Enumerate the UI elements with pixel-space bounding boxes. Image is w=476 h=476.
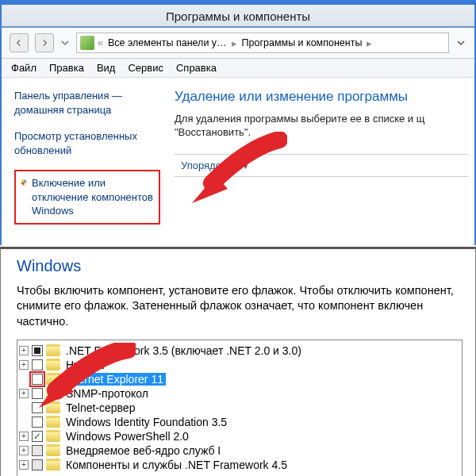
- tree-row-label: .NET Framework 3.5 (включает .NET 2.0 и …: [63, 344, 304, 357]
- expand-icon[interactable]: +: [19, 346, 29, 355]
- checkbox[interactable]: [32, 388, 43, 399]
- tree-row[interactable]: Internet Explorer 11: [19, 372, 460, 386]
- tree-row[interactable]: Windows Identity Foundation 3.5: [19, 415, 460, 429]
- sidebar-home-link[interactable]: Панель управления — домашняя страница: [14, 89, 160, 117]
- menu-tools[interactable]: Сервис: [128, 62, 163, 74]
- tree-row[interactable]: +Компоненты и службы .NET Framework 4.5: [19, 458, 460, 472]
- tree-row-label: Внедряемое веб-ядро служб I: [63, 444, 223, 457]
- twisty-blank: [19, 403, 29, 413]
- expand-icon[interactable]: +: [19, 360, 29, 370]
- page-heading: Удаление или изменение программы: [175, 89, 468, 105]
- checkbox[interactable]: [32, 374, 43, 385]
- expand-icon[interactable]: +: [19, 460, 29, 470]
- features-tree[interactable]: +.NET Framework 3.5 (включает .NET 2.0 и…: [17, 340, 463, 476]
- programs-window: Программы и компоненты « Все элементы па…: [0, 0, 476, 245]
- checkbox[interactable]: [32, 359, 43, 370]
- menu-view[interactable]: Вид: [97, 62, 116, 74]
- tree-row-label: Windows PowerShell 2.0: [63, 430, 191, 443]
- checkbox[interactable]: [32, 445, 43, 456]
- folder-icon: [46, 344, 60, 356]
- shield-icon: [21, 176, 27, 189]
- control-panel-icon: [80, 36, 94, 50]
- arrow-left-icon: [13, 37, 25, 48]
- tree-row-label: Internet Explorer 11: [63, 373, 166, 386]
- checkbox[interactable]: [32, 345, 43, 356]
- tree-row-label: Windows Identity Foundation 3.5: [63, 416, 229, 428]
- breadcrumb[interactable]: « Все элементы панели у… ▸ Программы и к…: [76, 33, 449, 53]
- folder-icon: [46, 430, 60, 442]
- chevron-down-icon[interactable]: [455, 37, 466, 48]
- breadcrumb-segment[interactable]: Программы и компоненты: [239, 37, 366, 48]
- folder-icon: [46, 459, 60, 470]
- tree-row[interactable]: Telnet-сервер: [19, 401, 460, 415]
- tree-row[interactable]: +Windows PowerShell 2.0: [19, 429, 460, 443]
- tree-row[interactable]: +SNMP-протокол: [19, 386, 460, 401]
- twisty-blank: [19, 374, 29, 384]
- menu-file[interactable]: Файл: [11, 62, 36, 74]
- folder-icon: [46, 373, 60, 385]
- folder-icon: [46, 401, 60, 413]
- expand-icon[interactable]: +: [19, 446, 29, 455]
- sidebar-windows-features-link[interactable]: Включение или отключение компонентов Win…: [14, 170, 160, 225]
- chevron-down-icon[interactable]: [60, 37, 70, 48]
- checkbox[interactable]: [32, 402, 43, 413]
- expand-icon[interactable]: +: [19, 432, 29, 441]
- nav-bar: « Все элементы панели у… ▸ Программы и к…: [2, 28, 474, 59]
- dialog-title: Windows: [17, 257, 463, 275]
- sidebar: Панель управления — домашняя страница Пр…: [2, 78, 168, 245]
- tree-row-label: SNMP-протокол: [63, 387, 151, 400]
- folder-icon: [46, 387, 60, 399]
- windows-features-dialog: Windows Чтобы включить компонент, устано…: [0, 247, 476, 476]
- tree-row[interactable]: +Hyper-V: [19, 358, 460, 372]
- tree-row[interactable]: +.NET Framework 3.5 (включает .NET 2.0 и…: [19, 344, 460, 358]
- nav-back-button[interactable]: [10, 33, 29, 52]
- tree-row-label: Telnet-сервер: [63, 401, 137, 414]
- menu-edit[interactable]: Правка: [49, 62, 84, 74]
- toolbar: Упорядочить▾: [175, 154, 468, 177]
- checkbox[interactable]: [32, 416, 43, 428]
- breadcrumb-segment[interactable]: Все элементы панели у…: [105, 37, 230, 48]
- checkbox[interactable]: [32, 431, 43, 442]
- tree-row[interactable]: +Внедряемое веб-ядро служб I: [19, 443, 460, 458]
- dialog-description: Чтобы включить компонент, установите его…: [17, 283, 463, 330]
- window-title: Программы и компоненты: [2, 5, 474, 28]
- twisty-blank: [19, 417, 29, 427]
- tree-row-label: Компоненты и службы .NET Framework 4.5: [63, 459, 290, 471]
- page-instructions: Для удаления программы выберите ее в спи…: [175, 113, 468, 140]
- arrow-right-icon: [39, 37, 50, 48]
- checkbox[interactable]: [32, 459, 43, 470]
- folder-icon: [46, 444, 60, 456]
- folder-icon: [46, 359, 60, 370]
- tree-row-label: Hyper-V: [63, 359, 109, 371]
- sort-button[interactable]: Упорядочить▾: [181, 159, 248, 171]
- expand-icon[interactable]: +: [19, 389, 29, 398]
- sidebar-updates-link[interactable]: Просмотр установленных обновлений: [14, 129, 160, 157]
- menu-bar: Файл Правка Вид Сервис Справка: [2, 59, 474, 78]
- folder-icon: [46, 416, 60, 428]
- nav-forward-button[interactable]: [35, 33, 54, 52]
- menu-help[interactable]: Справка: [176, 62, 217, 74]
- content-area: Панель управления — домашняя страница Пр…: [2, 78, 474, 245]
- sidebar-item-label: Включение или отключение компонентов Win…: [32, 176, 154, 218]
- main-panel: Удаление или изменение программы Для уда…: [168, 78, 474, 245]
